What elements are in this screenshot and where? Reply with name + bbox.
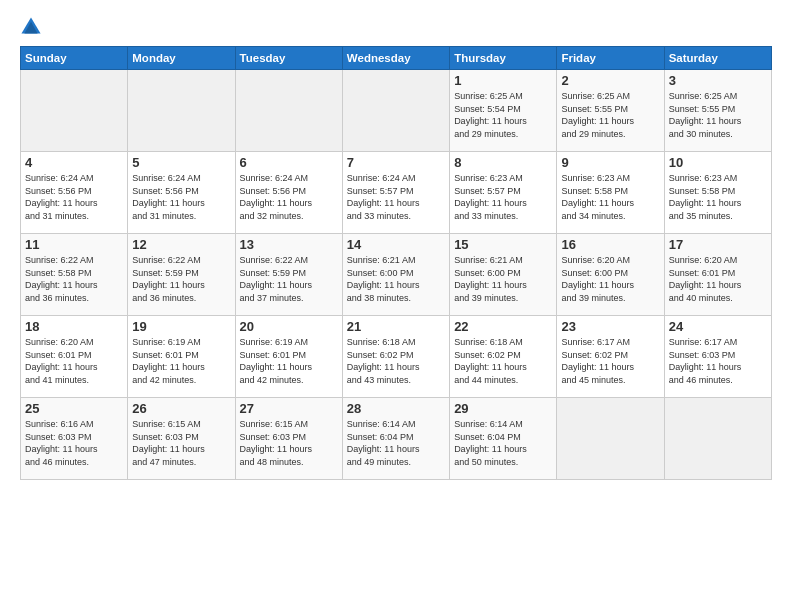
header-thursday: Thursday bbox=[450, 47, 557, 70]
calendar-cell: 17Sunrise: 6:20 AMSunset: 6:01 PMDayligh… bbox=[664, 234, 771, 316]
day-number: 4 bbox=[25, 155, 123, 170]
day-detail: Sunrise: 6:19 AMSunset: 6:01 PMDaylight:… bbox=[240, 336, 338, 386]
header-monday: Monday bbox=[128, 47, 235, 70]
calendar-cell: 9Sunrise: 6:23 AMSunset: 5:58 PMDaylight… bbox=[557, 152, 664, 234]
day-number: 9 bbox=[561, 155, 659, 170]
week-row-3: 11Sunrise: 6:22 AMSunset: 5:58 PMDayligh… bbox=[21, 234, 772, 316]
calendar-cell: 13Sunrise: 6:22 AMSunset: 5:59 PMDayligh… bbox=[235, 234, 342, 316]
calendar-body: 1Sunrise: 6:25 AMSunset: 5:54 PMDaylight… bbox=[21, 70, 772, 480]
day-number: 8 bbox=[454, 155, 552, 170]
day-number: 3 bbox=[669, 73, 767, 88]
week-row-5: 25Sunrise: 6:16 AMSunset: 6:03 PMDayligh… bbox=[21, 398, 772, 480]
calendar-cell: 4Sunrise: 6:24 AMSunset: 5:56 PMDaylight… bbox=[21, 152, 128, 234]
day-number: 11 bbox=[25, 237, 123, 252]
day-number: 24 bbox=[669, 319, 767, 334]
day-number: 23 bbox=[561, 319, 659, 334]
day-detail: Sunrise: 6:14 AMSunset: 6:04 PMDaylight:… bbox=[454, 418, 552, 468]
day-detail: Sunrise: 6:25 AMSunset: 5:55 PMDaylight:… bbox=[669, 90, 767, 140]
week-row-2: 4Sunrise: 6:24 AMSunset: 5:56 PMDaylight… bbox=[21, 152, 772, 234]
day-number: 1 bbox=[454, 73, 552, 88]
day-detail: Sunrise: 6:14 AMSunset: 6:04 PMDaylight:… bbox=[347, 418, 445, 468]
day-detail: Sunrise: 6:24 AMSunset: 5:56 PMDaylight:… bbox=[240, 172, 338, 222]
calendar-cell: 29Sunrise: 6:14 AMSunset: 6:04 PMDayligh… bbox=[450, 398, 557, 480]
day-number: 10 bbox=[669, 155, 767, 170]
day-detail: Sunrise: 6:17 AMSunset: 6:02 PMDaylight:… bbox=[561, 336, 659, 386]
day-detail: Sunrise: 6:15 AMSunset: 6:03 PMDaylight:… bbox=[132, 418, 230, 468]
calendar-header: SundayMondayTuesdayWednesdayThursdayFrid… bbox=[21, 47, 772, 70]
day-detail: Sunrise: 6:20 AMSunset: 6:01 PMDaylight:… bbox=[669, 254, 767, 304]
calendar-cell: 18Sunrise: 6:20 AMSunset: 6:01 PMDayligh… bbox=[21, 316, 128, 398]
calendar-cell: 11Sunrise: 6:22 AMSunset: 5:58 PMDayligh… bbox=[21, 234, 128, 316]
calendar-cell: 19Sunrise: 6:19 AMSunset: 6:01 PMDayligh… bbox=[128, 316, 235, 398]
header-saturday: Saturday bbox=[664, 47, 771, 70]
day-number: 16 bbox=[561, 237, 659, 252]
calendar-cell: 3Sunrise: 6:25 AMSunset: 5:55 PMDaylight… bbox=[664, 70, 771, 152]
day-number: 18 bbox=[25, 319, 123, 334]
day-detail: Sunrise: 6:24 AMSunset: 5:57 PMDaylight:… bbox=[347, 172, 445, 222]
day-number: 14 bbox=[347, 237, 445, 252]
day-number: 12 bbox=[132, 237, 230, 252]
day-detail: Sunrise: 6:22 AMSunset: 5:59 PMDaylight:… bbox=[240, 254, 338, 304]
calendar-cell: 26Sunrise: 6:15 AMSunset: 6:03 PMDayligh… bbox=[128, 398, 235, 480]
day-detail: Sunrise: 6:18 AMSunset: 6:02 PMDaylight:… bbox=[454, 336, 552, 386]
day-detail: Sunrise: 6:20 AMSunset: 6:01 PMDaylight:… bbox=[25, 336, 123, 386]
day-detail: Sunrise: 6:22 AMSunset: 5:58 PMDaylight:… bbox=[25, 254, 123, 304]
day-number: 13 bbox=[240, 237, 338, 252]
day-detail: Sunrise: 6:24 AMSunset: 5:56 PMDaylight:… bbox=[132, 172, 230, 222]
header-row: SundayMondayTuesdayWednesdayThursdayFrid… bbox=[21, 47, 772, 70]
day-detail: Sunrise: 6:17 AMSunset: 6:03 PMDaylight:… bbox=[669, 336, 767, 386]
calendar-table: SundayMondayTuesdayWednesdayThursdayFrid… bbox=[20, 46, 772, 480]
day-number: 2 bbox=[561, 73, 659, 88]
page: SundayMondayTuesdayWednesdayThursdayFrid… bbox=[0, 0, 792, 612]
header-tuesday: Tuesday bbox=[235, 47, 342, 70]
day-detail: Sunrise: 6:23 AMSunset: 5:58 PMDaylight:… bbox=[561, 172, 659, 222]
day-detail: Sunrise: 6:25 AMSunset: 5:55 PMDaylight:… bbox=[561, 90, 659, 140]
day-number: 28 bbox=[347, 401, 445, 416]
day-detail: Sunrise: 6:22 AMSunset: 5:59 PMDaylight:… bbox=[132, 254, 230, 304]
logo-icon bbox=[20, 16, 42, 38]
day-detail: Sunrise: 6:24 AMSunset: 5:56 PMDaylight:… bbox=[25, 172, 123, 222]
day-number: 22 bbox=[454, 319, 552, 334]
calendar-cell: 15Sunrise: 6:21 AMSunset: 6:00 PMDayligh… bbox=[450, 234, 557, 316]
logo bbox=[20, 16, 46, 38]
day-detail: Sunrise: 6:18 AMSunset: 6:02 PMDaylight:… bbox=[347, 336, 445, 386]
day-detail: Sunrise: 6:21 AMSunset: 6:00 PMDaylight:… bbox=[454, 254, 552, 304]
day-detail: Sunrise: 6:15 AMSunset: 6:03 PMDaylight:… bbox=[240, 418, 338, 468]
calendar-cell: 1Sunrise: 6:25 AMSunset: 5:54 PMDaylight… bbox=[450, 70, 557, 152]
calendar-cell bbox=[21, 70, 128, 152]
calendar-cell: 23Sunrise: 6:17 AMSunset: 6:02 PMDayligh… bbox=[557, 316, 664, 398]
day-detail: Sunrise: 6:20 AMSunset: 6:00 PMDaylight:… bbox=[561, 254, 659, 304]
calendar-cell: 14Sunrise: 6:21 AMSunset: 6:00 PMDayligh… bbox=[342, 234, 449, 316]
calendar-cell: 25Sunrise: 6:16 AMSunset: 6:03 PMDayligh… bbox=[21, 398, 128, 480]
day-number: 6 bbox=[240, 155, 338, 170]
day-number: 21 bbox=[347, 319, 445, 334]
header-wednesday: Wednesday bbox=[342, 47, 449, 70]
calendar-cell: 22Sunrise: 6:18 AMSunset: 6:02 PMDayligh… bbox=[450, 316, 557, 398]
day-number: 17 bbox=[669, 237, 767, 252]
calendar-cell bbox=[128, 70, 235, 152]
calendar-cell: 8Sunrise: 6:23 AMSunset: 5:57 PMDaylight… bbox=[450, 152, 557, 234]
day-number: 20 bbox=[240, 319, 338, 334]
calendar-cell: 12Sunrise: 6:22 AMSunset: 5:59 PMDayligh… bbox=[128, 234, 235, 316]
calendar-cell: 2Sunrise: 6:25 AMSunset: 5:55 PMDaylight… bbox=[557, 70, 664, 152]
header bbox=[20, 16, 772, 38]
day-number: 7 bbox=[347, 155, 445, 170]
calendar-cell: 10Sunrise: 6:23 AMSunset: 5:58 PMDayligh… bbox=[664, 152, 771, 234]
calendar-cell bbox=[664, 398, 771, 480]
calendar-cell: 16Sunrise: 6:20 AMSunset: 6:00 PMDayligh… bbox=[557, 234, 664, 316]
calendar-cell: 27Sunrise: 6:15 AMSunset: 6:03 PMDayligh… bbox=[235, 398, 342, 480]
calendar-cell bbox=[235, 70, 342, 152]
calendar-cell: 28Sunrise: 6:14 AMSunset: 6:04 PMDayligh… bbox=[342, 398, 449, 480]
week-row-1: 1Sunrise: 6:25 AMSunset: 5:54 PMDaylight… bbox=[21, 70, 772, 152]
calendar-cell: 24Sunrise: 6:17 AMSunset: 6:03 PMDayligh… bbox=[664, 316, 771, 398]
header-sunday: Sunday bbox=[21, 47, 128, 70]
day-detail: Sunrise: 6:21 AMSunset: 6:00 PMDaylight:… bbox=[347, 254, 445, 304]
day-detail: Sunrise: 6:16 AMSunset: 6:03 PMDaylight:… bbox=[25, 418, 123, 468]
day-number: 15 bbox=[454, 237, 552, 252]
day-number: 29 bbox=[454, 401, 552, 416]
calendar-cell: 7Sunrise: 6:24 AMSunset: 5:57 PMDaylight… bbox=[342, 152, 449, 234]
day-detail: Sunrise: 6:25 AMSunset: 5:54 PMDaylight:… bbox=[454, 90, 552, 140]
day-detail: Sunrise: 6:23 AMSunset: 5:58 PMDaylight:… bbox=[669, 172, 767, 222]
calendar-cell: 20Sunrise: 6:19 AMSunset: 6:01 PMDayligh… bbox=[235, 316, 342, 398]
calendar-cell: 21Sunrise: 6:18 AMSunset: 6:02 PMDayligh… bbox=[342, 316, 449, 398]
